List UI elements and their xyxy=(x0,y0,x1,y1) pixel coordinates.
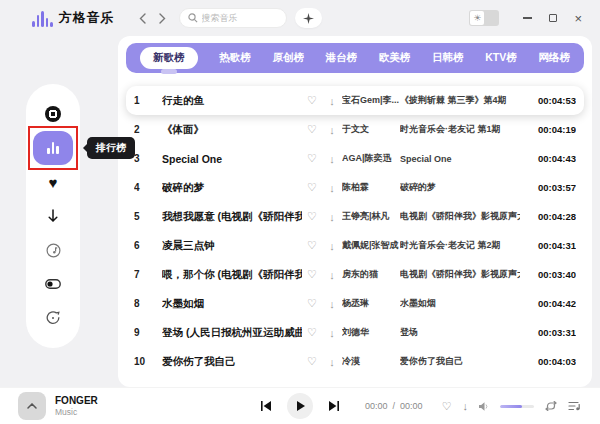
song-index: 8 xyxy=(134,298,162,309)
tab[interactable]: 原创榜 xyxy=(272,47,304,69)
song-album[interactable]: Special One xyxy=(400,154,520,164)
song-title: 凌晨三点钟 xyxy=(162,239,302,253)
back-button[interactable] xyxy=(139,13,146,24)
repeat-icon[interactable] xyxy=(545,397,557,415)
song-album[interactable]: 时光音乐会·老友记 第1期 xyxy=(400,123,520,136)
song-title: Special One xyxy=(162,153,302,165)
download-icon[interactable]: ↓ xyxy=(322,124,342,136)
song-album[interactable]: 电视剧《骄阳伴我》影视原声大碟 xyxy=(400,210,520,223)
forward-button[interactable] xyxy=(159,13,166,24)
download-icon[interactable]: ↓ xyxy=(322,356,342,368)
like-icon[interactable]: ♡ xyxy=(442,401,452,412)
next-track-button[interactable] xyxy=(329,401,340,411)
song-artist[interactable]: 宝石Gem|李... xyxy=(342,94,400,107)
like-icon[interactable]: ♡ xyxy=(302,152,322,165)
search-box[interactable] xyxy=(179,8,287,28)
song-artist[interactable]: 陈柏霖 xyxy=(342,181,400,194)
sidebar-item-switch[interactable] xyxy=(33,267,73,301)
recent-play-icon xyxy=(46,243,61,258)
song-index: 2 xyxy=(134,124,162,135)
tab[interactable]: KTV榜 xyxy=(485,47,517,69)
like-icon[interactable]: ♡ xyxy=(302,297,322,310)
song-album[interactable]: 爱你伤了我自己 xyxy=(400,355,520,368)
song-row[interactable]: 6 凌晨三点钟 ♡ ↓ 戴佩妮|张智成 时光音乐会·老友记 第2期 00:04:… xyxy=(126,231,584,260)
song-artist[interactable]: 刘德华 xyxy=(342,326,400,339)
song-album[interactable]: 时光音乐会·老友记 第2期 xyxy=(400,239,520,252)
song-artist[interactable]: 于文文 xyxy=(342,123,400,136)
play-button[interactable] xyxy=(287,393,313,419)
playlist-icon[interactable] xyxy=(568,397,580,415)
like-icon[interactable]: ♡ xyxy=(302,94,322,107)
player-bar: FONGER Music 00:00 / 00:00 ♡ ↓ xyxy=(0,387,600,424)
like-icon[interactable]: ♡ xyxy=(302,239,322,252)
song-row[interactable]: 1 行走的鱼 ♡ ↓ 宝石Gem|李... 《披荆斩棘 第三季》第4期 00:0… xyxy=(126,86,584,115)
like-icon[interactable]: ♡ xyxy=(302,268,322,281)
sidebar-item-favorites[interactable]: ♥ xyxy=(33,165,73,199)
song-album[interactable]: 水墨如烟 xyxy=(400,297,520,310)
song-row[interactable]: 9 登场 (人民日报杭州亚运助威曲) ♡ ↓ 刘德华 登场 00:03:31 xyxy=(126,318,584,347)
song-row[interactable]: 2 《体面》 ♡ ↓ 于文文 时光音乐会·老友记 第1期 00:04:19 xyxy=(126,115,584,144)
like-icon[interactable]: ♡ xyxy=(302,355,322,368)
album-cover-collapse[interactable] xyxy=(18,392,46,420)
song-duration: 00:04:31 xyxy=(520,240,576,251)
tab[interactable]: 网络榜 xyxy=(538,47,570,69)
volume-slider[interactable] xyxy=(500,405,534,408)
song-index: 3 xyxy=(134,153,162,164)
sidebar-item-downloads[interactable] xyxy=(33,199,73,233)
song-album[interactable]: 破碎的梦 xyxy=(400,181,520,194)
download-icon[interactable]: ↓ xyxy=(322,211,342,223)
song-artist[interactable]: AGA|陈奕迅 xyxy=(342,152,400,165)
song-index: 4 xyxy=(134,182,162,193)
download-icon[interactable]: ↓ xyxy=(322,182,342,194)
song-row[interactable]: 4 破碎的梦 ♡ ↓ 陈柏霖 破碎的梦 00:03:57 xyxy=(126,173,584,202)
song-row[interactable]: 3 Special One ♡ ↓ AGA|陈奕迅 Special One 00… xyxy=(126,144,584,173)
download-icon[interactable]: ↓ xyxy=(322,153,342,165)
song-artist[interactable]: 杨丞琳 xyxy=(342,297,400,310)
volume-icon[interactable] xyxy=(479,397,489,415)
download-icon[interactable]: ↓ xyxy=(322,269,342,281)
close-button[interactable]: × xyxy=(574,12,582,25)
previous-track-button[interactable] xyxy=(260,401,271,411)
song-artist[interactable]: 房东的猫 xyxy=(342,268,400,281)
current-time: 00:00 xyxy=(365,401,388,411)
song-album[interactable]: 《披荆斩棘 第三季》第4期 xyxy=(400,94,520,107)
download-icon[interactable]: ↓ xyxy=(463,401,469,412)
song-artist[interactable]: 戴佩妮|张智成 xyxy=(342,239,400,252)
download-icon[interactable]: ↓ xyxy=(322,240,342,252)
song-artist[interactable]: 王铮亮|林凡 xyxy=(342,210,400,223)
minimize-button[interactable] xyxy=(523,17,532,18)
search-input[interactable] xyxy=(202,13,278,23)
download-icon[interactable]: ↓ xyxy=(322,327,342,339)
tab[interactable]: 日韩榜 xyxy=(432,47,464,69)
sun-icon: ☀ xyxy=(470,11,484,25)
like-icon[interactable]: ♡ xyxy=(302,181,322,194)
song-row[interactable]: 5 我想我愿意 (电视剧《骄阳伴我》... ♡ ↓ 王铮亮|林凡 电视剧《骄阳伴… xyxy=(126,202,584,231)
download-icon[interactable]: ↓ xyxy=(322,298,342,310)
like-icon[interactable]: ♡ xyxy=(302,123,322,136)
tab[interactable]: 热歌榜 xyxy=(219,47,251,69)
disc-icon xyxy=(45,106,61,122)
sidebar-item-recent[interactable] xyxy=(33,233,73,267)
maximize-button[interactable] xyxy=(549,14,557,22)
logo-waveform-icon xyxy=(32,10,53,27)
sidebar-item-disc[interactable] xyxy=(33,97,73,131)
like-icon[interactable]: ♡ xyxy=(302,326,322,339)
sparkle-icon xyxy=(303,13,314,24)
time-display: 00:00 / 00:00 xyxy=(365,401,423,411)
tab[interactable]: 新歌榜 xyxy=(140,47,198,69)
song-row[interactable]: 10 爱你伤了我自己 ♡ ↓ 冷漠 爱你伤了我自己 00:04:03 xyxy=(126,347,584,376)
download-icon[interactable]: ↓ xyxy=(322,95,342,107)
song-artist[interactable]: 冷漠 xyxy=(342,355,400,368)
sidebar-item-rankings[interactable]: 排行榜 xyxy=(33,131,73,165)
song-album[interactable]: 登场 xyxy=(400,326,520,339)
song-title: 喂，那个你 (电视剧《骄阳伴我》... xyxy=(162,268,302,282)
sidebar-item-chat[interactable] xyxy=(33,301,73,335)
song-row[interactable]: 8 水墨如烟 ♡ ↓ 杨丞琳 水墨如烟 00:04:42 xyxy=(126,289,584,318)
tab[interactable]: 港台榜 xyxy=(326,47,358,69)
like-icon[interactable]: ♡ xyxy=(302,210,322,223)
ai-sparkle-button[interactable] xyxy=(295,8,322,28)
song-album[interactable]: 电视剧《骄阳伴我》影视原声大碟 xyxy=(400,268,520,281)
tab[interactable]: 欧美榜 xyxy=(379,47,411,69)
song-row[interactable]: 7 喂，那个你 (电视剧《骄阳伴我》... ♡ ↓ 房东的猫 电视剧《骄阳伴我》… xyxy=(126,260,584,289)
theme-toggle[interactable]: ☀ xyxy=(469,10,499,26)
